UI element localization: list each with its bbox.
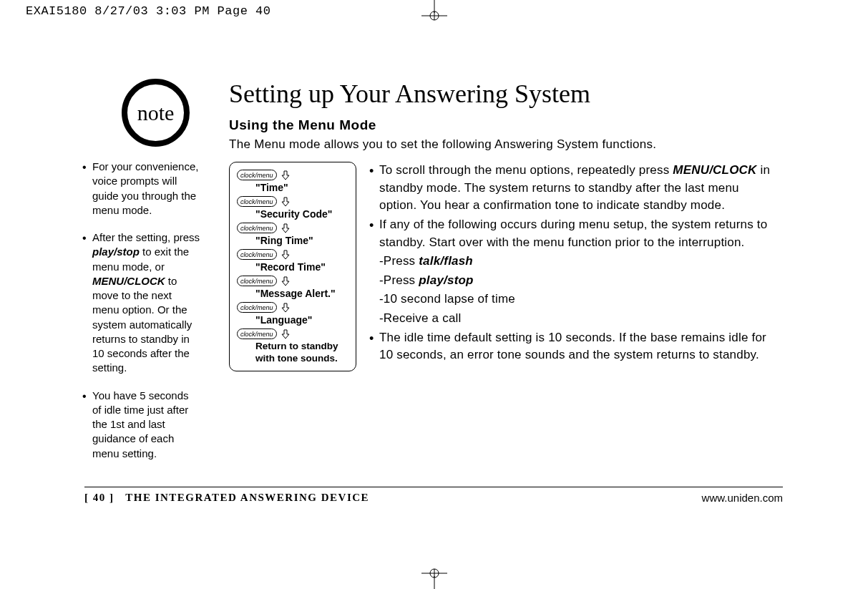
side-note-1: For your convenience, voice prompts will… xyxy=(82,160,200,218)
down-arrow-icon xyxy=(281,276,290,286)
menu-item-time: "Time" xyxy=(255,182,350,193)
down-arrow-icon xyxy=(281,223,290,233)
menu-flow-diagram: clock/menu "Time" clock/menu "Security C… xyxy=(229,162,356,371)
clock-menu-button-icon: clock/menu xyxy=(237,328,277,339)
instruction-dash-4: -Receive a call xyxy=(369,310,780,328)
clock-menu-button-icon: clock/menu xyxy=(237,302,277,313)
crop-mark-bottom xyxy=(413,568,456,589)
menu-item-security-code: "Security Code" xyxy=(255,208,350,220)
instruction-dash-1: -Press talk/flash xyxy=(369,253,780,271)
page-number: [ 40 ] xyxy=(84,492,114,503)
intro-text: The Menu mode allows you to set the foll… xyxy=(229,137,780,152)
down-arrow-icon xyxy=(281,303,290,313)
page-title: Setting up Your Answering System xyxy=(229,79,780,109)
menu-item-language: "Language" xyxy=(255,314,350,326)
instruction-text: To scroll through the menu options, repe… xyxy=(369,162,780,366)
print-slug: EXAI5180 8/27/03 3:03 PM Page 40 xyxy=(26,4,270,18)
clock-menu-button-icon: clock/menu xyxy=(237,223,277,233)
section-heading: Using the Menu Mode xyxy=(229,117,780,133)
clock-menu-button-icon: clock/menu xyxy=(237,276,277,286)
side-note-2: After the setting, press play/stop to ex… xyxy=(82,230,200,376)
footer-url: www.uniden.com xyxy=(702,492,783,504)
clock-menu-button-icon: clock/menu xyxy=(237,170,277,180)
note-icon: note xyxy=(122,79,190,147)
menu-return-text: Return to standby with tone sounds. xyxy=(255,341,350,365)
down-arrow-icon xyxy=(281,170,290,180)
menu-item-ring-time: "Ring Time" xyxy=(255,235,350,246)
page-footer: [ 40 ] THE INTEGRATED ANSWERING DEVICE w… xyxy=(84,487,783,504)
menu-item-message-alert: "Message Alert." xyxy=(255,288,350,299)
clock-menu-button-icon: clock/menu xyxy=(237,196,277,207)
instruction-bullet-3: The idle time default setting is 10 seco… xyxy=(369,329,780,364)
crop-mark-top xyxy=(413,0,456,21)
instruction-dash-3: -10 second lapse of time xyxy=(369,291,780,308)
instruction-dash-2: -Press play/stop xyxy=(369,272,780,290)
down-arrow-icon xyxy=(281,197,290,207)
instruction-bullet-2: If any of the following occurs during me… xyxy=(369,216,780,251)
menu-item-record-time: "Record Time" xyxy=(255,261,350,273)
clock-menu-button-icon: clock/menu xyxy=(237,249,277,260)
down-arrow-icon xyxy=(281,329,290,339)
section-name: THE INTEGRATED ANSWERING DEVICE xyxy=(125,492,369,503)
down-arrow-icon xyxy=(281,250,290,260)
instruction-bullet-1: To scroll through the menu options, repe… xyxy=(369,162,780,215)
side-notes: For your convenience, voice prompts will… xyxy=(82,160,200,461)
side-note-3: You have 5 seconds of idle time just aft… xyxy=(82,389,200,461)
